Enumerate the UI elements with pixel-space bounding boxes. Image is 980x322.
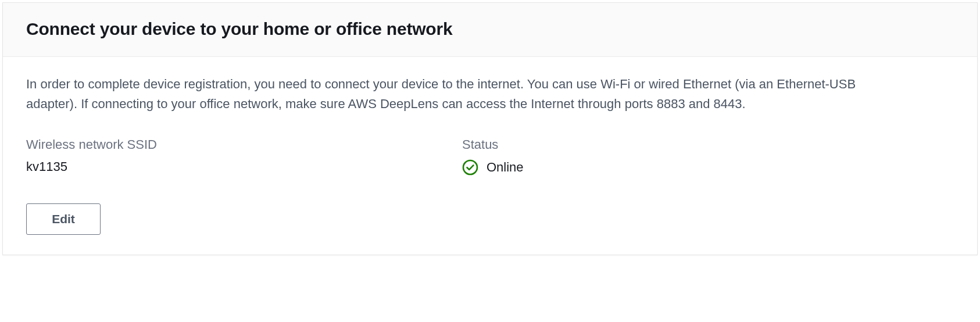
- panel-body: In order to complete device registration…: [3, 57, 977, 255]
- panel-description: In order to complete device registration…: [26, 74, 910, 114]
- network-connection-panel: Connect your device to your home or offi…: [2, 2, 978, 255]
- check-circle-icon: [462, 159, 478, 176]
- ssid-field: Wireless network SSID kv1135: [26, 137, 462, 176]
- ssid-label: Wireless network SSID: [26, 137, 462, 152]
- edit-button[interactable]: Edit: [26, 203, 101, 235]
- field-group: Wireless network SSID kv1135 Status Onli…: [26, 137, 954, 176]
- panel-title: Connect your device to your home or offi…: [26, 19, 954, 39]
- svg-point-0: [463, 160, 477, 174]
- status-label: Status: [462, 137, 954, 152]
- panel-actions: Edit: [26, 203, 954, 235]
- status-field: Status Online: [462, 137, 954, 176]
- panel-header: Connect your device to your home or offi…: [3, 3, 977, 57]
- ssid-value: kv1135: [26, 159, 462, 174]
- status-value: Online: [487, 160, 524, 175]
- status-row: Online: [462, 159, 954, 176]
